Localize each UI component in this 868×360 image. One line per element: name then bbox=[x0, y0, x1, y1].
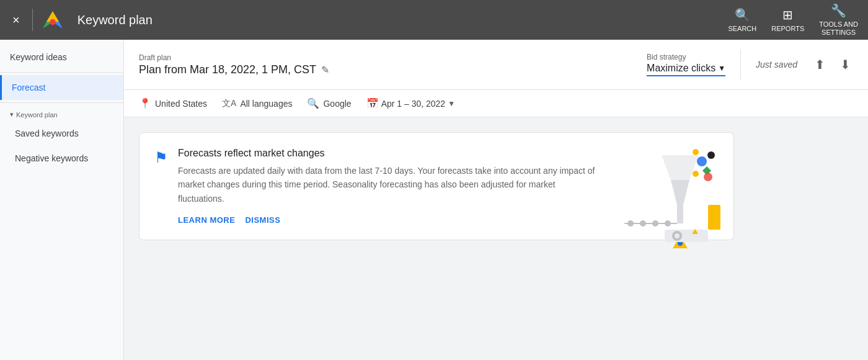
svg-point-20 bbox=[704, 173, 712, 181]
date-dropdown-icon: ▼ bbox=[448, 99, 455, 108]
location-filter[interactable]: 📍 United States bbox=[139, 97, 207, 109]
svg-point-4 bbox=[50, 19, 56, 25]
card-illustration bbox=[587, 143, 724, 254]
sidebar-item-saved-keywords-label: Saved keywords bbox=[15, 128, 79, 138]
language-filter[interactable]: 文A All languages bbox=[222, 98, 292, 109]
bid-strategy-section: Bid strategy Maximize clicks ▼ bbox=[647, 53, 725, 76]
date-range-value: Apr 1 – 30, 2022 bbox=[381, 99, 446, 109]
svg-point-16 bbox=[697, 156, 707, 166]
svg-point-21 bbox=[693, 171, 699, 177]
topbar-left: × Keyword plan bbox=[10, 9, 153, 31]
content-area: ⚑ Forecasts reflect market changes Forec… bbox=[124, 117, 868, 360]
sidebar-group-keyword-plan[interactable]: ▾ Keyword plan bbox=[0, 106, 123, 121]
google-ads-logo-icon bbox=[43, 11, 63, 29]
sidebar-item-forecast[interactable]: Forecast bbox=[0, 75, 123, 100]
svg-rect-7 bbox=[677, 205, 683, 223]
saved-status: Just saved bbox=[756, 60, 797, 70]
svg-point-17 bbox=[707, 151, 715, 159]
bid-dropdown-icon: ▼ bbox=[718, 64, 725, 73]
sidebar-item-keyword-ideas-label: Keyword ideas bbox=[10, 52, 67, 62]
svg-point-12 bbox=[665, 220, 671, 227]
plan-header-left: Draft plan Plan from Mar 18, 2022, 1 PM,… bbox=[139, 53, 632, 76]
network-icon: 🔍 bbox=[307, 97, 319, 109]
svg-point-11 bbox=[652, 220, 658, 227]
reports-nav-label: REPORTS bbox=[771, 25, 804, 32]
svg-rect-22 bbox=[708, 205, 720, 230]
sidebar-item-negative-keywords-label: Negative keywords bbox=[15, 153, 88, 163]
close-button[interactable]: × bbox=[10, 11, 22, 30]
chevron-down-icon: ▾ bbox=[10, 110, 14, 119]
filter-bar: 📍 United States 文A All languages 🔍 Googl… bbox=[124, 90, 868, 117]
notification-card: ⚑ Forecasts reflect market changes Forec… bbox=[139, 132, 734, 240]
language-icon: 文A bbox=[222, 98, 236, 109]
download-button[interactable]: ⬇ bbox=[838, 55, 853, 74]
svg-marker-6 bbox=[671, 180, 689, 205]
location-value: United States bbox=[155, 99, 207, 109]
plan-name: Plan from Mar 18, 2022, 1 PM, CST ✎ bbox=[139, 63, 632, 76]
sidebar-item-forecast-label: Forecast bbox=[12, 83, 45, 92]
sidebar-group-label-text: Keyword plan bbox=[16, 111, 58, 119]
search-nav-icon: 🔍 bbox=[735, 7, 750, 22]
bid-strategy-label: Bid strategy bbox=[647, 53, 725, 61]
edit-plan-icon[interactable]: ✎ bbox=[321, 64, 329, 76]
flag-icon: ⚑ bbox=[154, 149, 168, 166]
sidebar-divider-1 bbox=[0, 72, 123, 73]
illustration-svg bbox=[587, 143, 724, 254]
reports-nav-icon: ⊞ bbox=[782, 7, 793, 22]
bid-strategy-text: Maximize clicks bbox=[647, 63, 715, 74]
search-nav-label: SEARCH bbox=[728, 25, 756, 32]
topbar-divider bbox=[32, 9, 33, 31]
date-filter[interactable]: 📅 Apr 1 – 30, 2022 ▼ bbox=[366, 97, 455, 109]
sidebar-item-saved-keywords[interactable]: Saved keywords bbox=[0, 121, 123, 146]
sidebar-item-keyword-ideas[interactable]: Keyword ideas bbox=[0, 45, 123, 70]
sidebar: Keyword ideas Forecast ▾ Keyword plan Sa… bbox=[0, 40, 124, 360]
network-value: Google bbox=[323, 99, 351, 109]
search-nav-button[interactable]: 🔍 SEARCH bbox=[728, 7, 756, 32]
content: Draft plan Plan from Mar 18, 2022, 1 PM,… bbox=[124, 40, 868, 360]
topbar-actions: 🔍 SEARCH ⊞ REPORTS 🔧 TOOLS ANDSETTINGS bbox=[728, 3, 858, 37]
plan-header: Draft plan Plan from Mar 18, 2022, 1 PM,… bbox=[124, 40, 868, 90]
location-icon: 📍 bbox=[139, 97, 151, 109]
svg-point-25 bbox=[675, 233, 680, 238]
plan-name-text: Plan from Mar 18, 2022, 1 PM, CST bbox=[139, 63, 316, 76]
google-ads-logo bbox=[43, 11, 63, 29]
svg-point-10 bbox=[640, 220, 646, 227]
dismiss-link[interactable]: DISMISS bbox=[245, 215, 280, 225]
sidebar-divider-2 bbox=[0, 102, 123, 103]
language-value: All languages bbox=[240, 99, 292, 109]
main-layout: Keyword ideas Forecast ▾ Keyword plan Sa… bbox=[0, 40, 868, 360]
network-filter[interactable]: 🔍 Google bbox=[307, 97, 351, 109]
header-divider bbox=[740, 50, 741, 79]
share-button[interactable]: ⬆ bbox=[812, 55, 828, 74]
topbar-title: Keyword plan bbox=[78, 13, 153, 27]
svg-point-18 bbox=[693, 149, 699, 155]
tools-nav-button[interactable]: 🔧 TOOLS ANDSETTINGS bbox=[819, 3, 858, 37]
learn-more-link[interactable]: LEARN MORE bbox=[178, 215, 235, 225]
bid-strategy-value[interactable]: Maximize clicks ▼ bbox=[647, 63, 725, 76]
svg-marker-5 bbox=[662, 155, 699, 180]
tools-nav-label: TOOLS ANDSETTINGS bbox=[819, 20, 858, 37]
svg-rect-23 bbox=[665, 230, 708, 242]
reports-nav-button[interactable]: ⊞ REPORTS bbox=[771, 7, 804, 32]
draft-plan-label: Draft plan bbox=[139, 53, 632, 62]
calendar-icon: 📅 bbox=[366, 97, 379, 109]
tools-nav-icon: 🔧 bbox=[831, 3, 846, 18]
header-actions: ⬆ ⬇ bbox=[812, 55, 853, 74]
notification-text: Forecasts are updated daily with data fr… bbox=[178, 164, 600, 205]
sidebar-item-negative-keywords[interactable]: Negative keywords bbox=[0, 146, 123, 171]
topbar: × Keyword plan 🔍 SEARCH ⊞ REPORTS 🔧 TOOL… bbox=[0, 0, 868, 40]
svg-point-9 bbox=[627, 220, 634, 227]
